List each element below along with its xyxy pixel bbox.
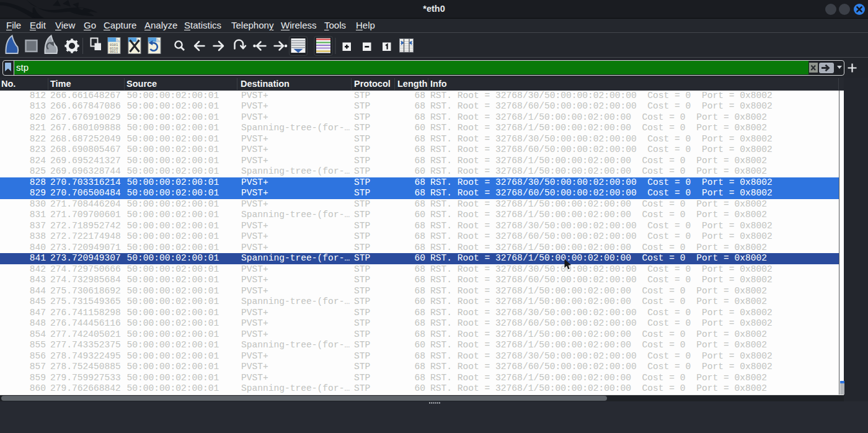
svg-text:0011: 0011 — [110, 50, 118, 53]
